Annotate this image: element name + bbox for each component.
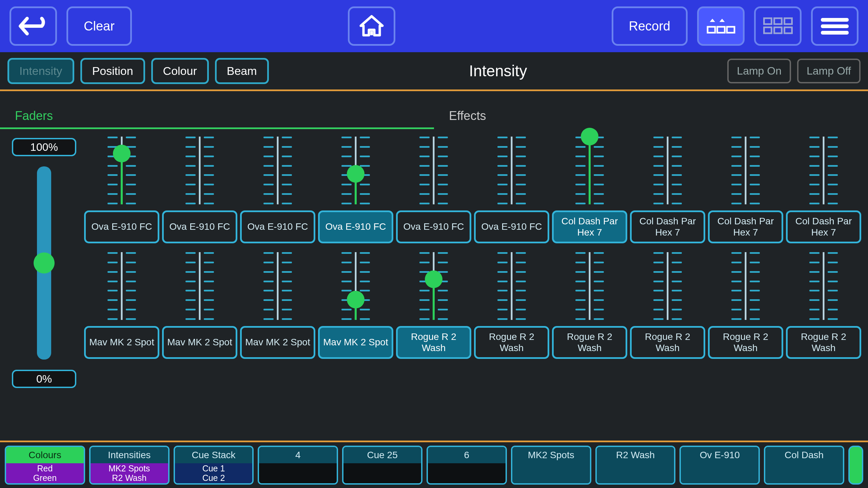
tab-effects[interactable]: Effects: [434, 109, 868, 129]
playback-body: [597, 463, 674, 483]
fixture-label[interactable]: Ova E-910 FC: [474, 210, 549, 243]
fixture-label[interactable]: Rogue R 2 Wash: [708, 326, 783, 359]
fixture-label[interactable]: Mav MK 2 Spot: [162, 326, 237, 359]
fixture-fader[interactable]: [417, 252, 451, 320]
playback-body: [343, 463, 421, 483]
playback-slot[interactable]: Ov E-910: [679, 446, 760, 485]
fixture-label[interactable]: Rogue R 2 Wash: [786, 326, 861, 359]
fixture: Col Dash Par Hex 7: [552, 137, 627, 243]
fixture: Ova E-910 FC: [474, 137, 549, 243]
attribute-colour[interactable]: Colour: [151, 58, 209, 84]
fixture-fader[interactable]: [183, 137, 217, 204]
back-button[interactable]: [9, 6, 57, 46]
fixture-label[interactable]: Ova E-910 FC: [162, 210, 237, 243]
fixture-fader[interactable]: [573, 137, 607, 204]
playback-slot[interactable]: 6: [427, 446, 507, 485]
playback-slot[interactable]: Cue StackCue 1Cue 2: [174, 446, 254, 485]
fixture-fader-thumb[interactable]: [581, 128, 598, 145]
fixture-fader-thumb[interactable]: [113, 145, 131, 162]
fixture-label[interactable]: Ova E-910 FC: [240, 210, 315, 243]
fixture-fader-thumb[interactable]: [347, 291, 364, 308]
fixture-fader[interactable]: [807, 252, 841, 320]
playback-slot[interactable]: Col Dash: [764, 446, 844, 485]
fixture-fader[interactable]: [495, 252, 529, 320]
faders-panel: 100% 0% Ova E-910 FCOva E-910 FCOva E-91…: [0, 129, 868, 388]
fixture-fader[interactable]: [339, 137, 373, 204]
fixture: Mav MK 2 Spot: [240, 252, 315, 359]
lamp-on-button[interactable]: Lamp On: [727, 59, 791, 83]
fixture-label[interactable]: Mav MK 2 Spot: [84, 326, 159, 359]
fixture: Col Dash Par Hex 7: [708, 137, 783, 243]
fixture: Ova E-910 FC: [396, 137, 471, 243]
fixture-label[interactable]: Rogue R 2 Wash: [630, 326, 705, 359]
menu-button[interactable]: [811, 6, 859, 46]
fixture-fader-thumb[interactable]: [425, 270, 442, 288]
fixture-label[interactable]: Ova E-910 FC: [396, 210, 471, 243]
fixture-fader[interactable]: [729, 137, 763, 204]
lamp-off-button[interactable]: Lamp Off: [797, 59, 861, 83]
fixture-fader[interactable]: [729, 252, 763, 320]
playback-body: [428, 463, 506, 483]
fixture-label[interactable]: Mav MK 2 Spot: [240, 326, 315, 359]
fixture-fader[interactable]: [261, 137, 295, 204]
svg-rect-3: [727, 27, 734, 33]
fixture: Mav MK 2 Spot: [162, 252, 237, 359]
playback-slot[interactable]: MK2 Spots: [511, 446, 591, 485]
fixture-fader[interactable]: [105, 137, 139, 204]
fixture-row: Ova E-910 FCOva E-910 FCOva E-910 FCOva …: [84, 137, 861, 243]
playback-head: Col Dash: [765, 447, 843, 463]
view-faders-button[interactable]: [697, 6, 745, 46]
playback-slot[interactable]: R2 Wash: [595, 446, 676, 485]
fixture: Rogue R 2 Wash: [396, 252, 471, 359]
fixture-fader[interactable]: [495, 137, 529, 204]
fixture-fader[interactable]: [807, 137, 841, 204]
record-button[interactable]: Record: [612, 6, 688, 46]
playback-slot[interactable]: IntensitiesMK2 SpotsR2 Wash: [89, 446, 170, 485]
attribute-position[interactable]: Position: [80, 58, 145, 84]
playback-slot[interactable]: Cue 25: [342, 446, 422, 485]
fixture-label[interactable]: Rogue R 2 Wash: [552, 326, 627, 359]
fixture: Rogue R 2 Wash: [552, 252, 627, 359]
fixture-label[interactable]: Col Dash Par Hex 7: [786, 210, 861, 243]
home-button[interactable]: [348, 6, 395, 46]
svg-rect-9: [784, 27, 792, 33]
fixture: Ova E-910 FC: [318, 137, 393, 243]
fixture-fader[interactable]: [651, 137, 685, 204]
fixture-fader[interactable]: [183, 252, 217, 320]
fixture-label[interactable]: Col Dash Par Hex 7: [708, 210, 783, 243]
svg-rect-6: [784, 18, 792, 24]
fixture-label[interactable]: Mav MK 2 Spot: [318, 326, 393, 359]
fixture-label[interactable]: Col Dash Par Hex 7: [552, 210, 627, 243]
go-button[interactable]: [848, 446, 863, 485]
playback-head: Ov E-910: [681, 447, 758, 463]
fixture-label[interactable]: Ova E-910 FC: [84, 210, 159, 243]
view-grid-button[interactable]: [754, 6, 802, 46]
fixture-fader-thumb[interactable]: [347, 165, 364, 183]
playback-slot[interactable]: ColoursRedGreen: [5, 446, 85, 485]
fixture-row: Mav MK 2 SpotMav MK 2 SpotMav MK 2 SpotM…: [84, 252, 861, 359]
fixture-label[interactable]: Col Dash Par Hex 7: [630, 210, 705, 243]
attribute-beam[interactable]: Beam: [215, 58, 269, 84]
fixture: Mav MK 2 Spot: [318, 252, 393, 359]
fixture-fader[interactable]: [573, 252, 607, 320]
svg-rect-1: [707, 27, 715, 33]
fixture-label[interactable]: Ova E-910 FC: [318, 210, 393, 243]
master-fader-thumb[interactable]: [34, 252, 55, 273]
playback-body: Cue 1Cue 2: [175, 463, 253, 483]
menu-icon: [820, 16, 850, 36]
clear-button[interactable]: Clear: [66, 6, 132, 46]
fixture-fader[interactable]: [417, 137, 451, 204]
svg-rect-11: [821, 24, 849, 28]
fixture-fader[interactable]: [651, 252, 685, 320]
fixture-label[interactable]: Rogue R 2 Wash: [474, 326, 549, 359]
fixture-fader[interactable]: [105, 252, 139, 320]
fixture-fader[interactable]: [339, 252, 373, 320]
playback-slot[interactable]: 4: [258, 446, 338, 485]
top-bar: Clear Record: [0, 0, 868, 52]
fixture-label[interactable]: Rogue R 2 Wash: [396, 326, 471, 359]
fixture-fader[interactable]: [261, 252, 295, 320]
attribute-intensity[interactable]: Intensity: [7, 58, 74, 84]
tab-faders[interactable]: Faders: [0, 109, 434, 129]
master-fader[interactable]: [37, 166, 51, 360]
svg-rect-5: [774, 18, 782, 24]
